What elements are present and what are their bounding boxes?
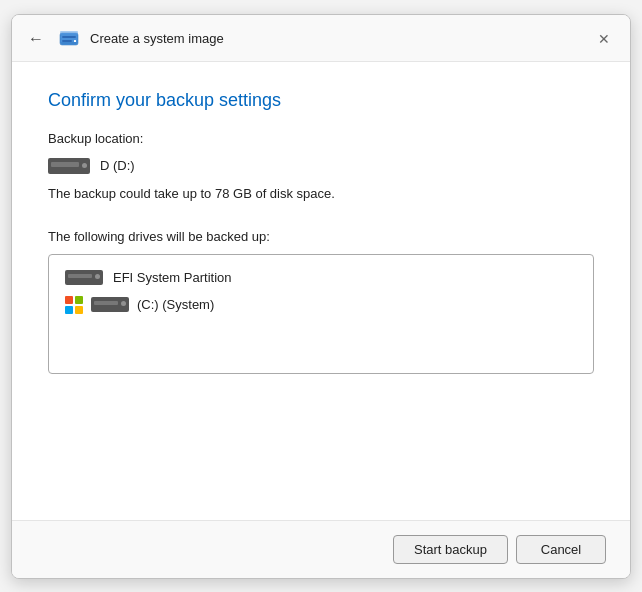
start-backup-button[interactable]: Start backup — [393, 535, 508, 564]
d-drive-label: D (D:) — [100, 158, 135, 173]
back-button[interactable]: ← — [24, 28, 48, 50]
c-drive-label: (C:) (System) — [137, 297, 214, 312]
windows-icon-q3 — [65, 306, 73, 314]
svg-rect-11 — [95, 274, 100, 279]
svg-rect-8 — [82, 163, 87, 168]
disk-space-note: The backup could take up to 78 GB of dis… — [48, 186, 594, 201]
drives-heading: The following drives will be backed up: — [48, 229, 594, 244]
efi-drive-icon — [65, 269, 103, 286]
title-bar-left: ← Create a system image — [24, 28, 224, 50]
svg-rect-4 — [60, 31, 78, 34]
title-icon — [58, 28, 80, 50]
svg-rect-5 — [61, 42, 77, 44]
svg-rect-1 — [62, 36, 76, 38]
svg-rect-7 — [51, 162, 79, 167]
svg-rect-14 — [121, 301, 126, 306]
windows-icon-q2 — [75, 296, 83, 304]
backup-location-label: Backup location: — [48, 131, 594, 146]
cancel-button[interactable]: Cancel — [516, 535, 606, 564]
window-title: Create a system image — [90, 31, 224, 46]
dialog-window: ← Create a system image ✕ Confirm your b… — [11, 14, 631, 579]
drives-box: EFI System Partition (C:) (System) — [48, 254, 594, 374]
svg-rect-13 — [94, 301, 118, 305]
windows-icon-q4 — [75, 306, 83, 314]
backup-drive-row: D (D:) — [48, 156, 594, 176]
efi-drive-label: EFI System Partition — [113, 270, 231, 285]
title-bar: ← Create a system image ✕ — [12, 15, 630, 62]
main-content: Confirm your backup settings Backup loca… — [12, 62, 630, 520]
close-button[interactable]: ✕ — [590, 25, 618, 53]
efi-drive-row: EFI System Partition — [65, 269, 577, 286]
windows-icon-q1 — [65, 296, 73, 304]
section-heading: Confirm your backup settings — [48, 90, 594, 111]
svg-rect-2 — [62, 40, 72, 42]
d-drive-icon — [48, 156, 90, 176]
svg-rect-10 — [68, 274, 92, 278]
windows-icon — [65, 296, 83, 314]
footer: Start backup Cancel — [12, 520, 630, 578]
svg-rect-3 — [74, 40, 76, 42]
c-drive-row: (C:) (System) — [65, 296, 577, 314]
c-drive-icon — [91, 296, 129, 313]
